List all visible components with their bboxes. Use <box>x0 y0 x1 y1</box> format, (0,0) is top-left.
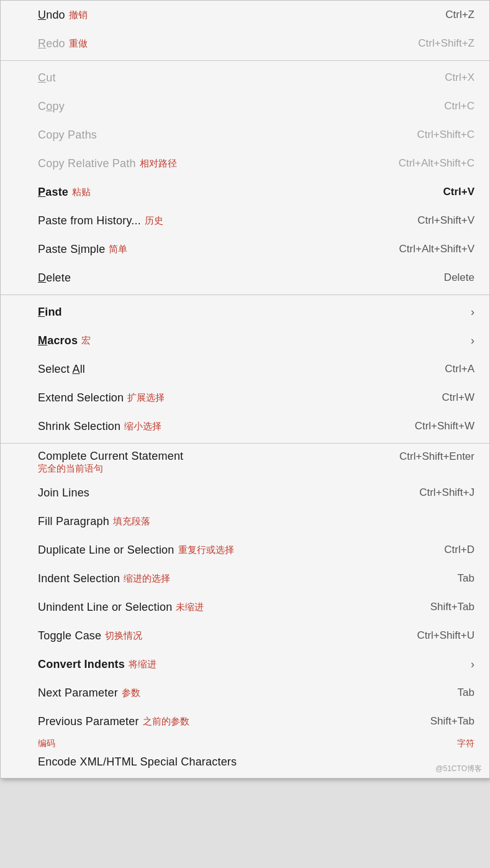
find-arrow-icon: › <box>471 306 474 319</box>
copy-relative-path-label-cn: 相对路径 <box>140 158 177 170</box>
next-parameter-label-cn: 参数 <box>122 687 140 699</box>
copy-relative-path-shortcut: Ctrl+Alt+Shift+C <box>399 157 474 170</box>
complete-current-shortcut: Ctrl+Shift+Enter <box>399 450 474 463</box>
paste-label: Paste <box>38 186 68 199</box>
context-menu: Undo 撤销 Ctrl+Z Redo 重做 Ctrl+Shift+Z Cut … <box>0 0 490 779</box>
select-all-shortcut: Ctrl+A <box>445 363 474 375</box>
undo-shortcut: Ctrl+Z <box>445 9 474 21</box>
separator-1 <box>1 60 489 61</box>
menu-item-copy[interactable]: Copy Ctrl+C <box>1 92 489 121</box>
complete-current-label: Complete Current Statement <box>38 450 183 463</box>
macros-arrow-icon: › <box>471 334 474 347</box>
fill-paragraph-label: Fill Paragraph <box>38 515 109 528</box>
separator-3 <box>1 443 489 444</box>
menu-item-duplicate-line[interactable]: Duplicate Line or Selection 重复行或选择 Ctrl+… <box>1 536 489 564</box>
paste-history-shortcut: Ctrl+Shift+V <box>417 214 474 227</box>
copy-relative-path-label: Copy Relative Path <box>38 157 136 170</box>
indent-selection-label: Indent Selection <box>38 572 120 585</box>
delete-label: Delete <box>38 272 71 285</box>
encode-xml-top-left-cn: 编码 <box>38 738 55 749</box>
menu-item-join-lines[interactable]: Join Lines Ctrl+Shift+J <box>1 478 489 507</box>
convert-indents-label: Convert Indents <box>38 658 125 671</box>
unindent-line-shortcut: Shift+Tab <box>430 601 474 613</box>
copy-shortcut: Ctrl+C <box>444 100 474 112</box>
previous-parameter-shortcut: Shift+Tab <box>430 715 474 728</box>
menu-item-next-parameter[interactable]: Next Parameter 参数 Tab <box>1 678 489 707</box>
watermark: @51CTO博客 <box>435 764 482 774</box>
select-all-label: Select All <box>38 363 85 376</box>
separator-2 <box>1 295 489 295</box>
toggle-case-label-cn: 切换情况 <box>105 630 142 642</box>
menu-item-undo[interactable]: Undo 撤销 Ctrl+Z <box>1 1 489 29</box>
next-parameter-label: Next Parameter <box>38 687 118 700</box>
encode-xml-top-right-cn: 字符 <box>457 738 474 749</box>
paste-shortcut: Ctrl+V <box>443 186 474 198</box>
menu-item-toggle-case[interactable]: Toggle Case 切换情况 Ctrl+Shift+U <box>1 621 489 650</box>
complete-current-label-cn: 完全的当前语句 <box>38 463 103 473</box>
toggle-case-label: Toggle Case <box>38 629 101 642</box>
menu-item-indent-selection[interactable]: Indent Selection 缩进的选择 Tab <box>1 564 489 593</box>
encode-xml-label: Encode XML/HTML Special Characters <box>38 756 237 769</box>
redo-label: Redo <box>38 37 65 50</box>
convert-indents-arrow-icon: › <box>471 658 474 671</box>
cut-shortcut: Ctrl+X <box>445 71 474 84</box>
undo-label: Undo <box>38 9 65 22</box>
duplicate-line-label: Duplicate Line or Selection <box>38 544 175 557</box>
menu-item-delete[interactable]: Delete Delete <box>1 263 489 292</box>
paste-simple-shortcut: Ctrl+Alt+Shift+V <box>399 243 474 255</box>
extend-selection-label: Extend Selection <box>38 391 124 404</box>
paste-simple-label: Paste Simple <box>38 243 105 256</box>
copy-paths-label: Copy Paths <box>38 129 97 142</box>
previous-parameter-label: Previous Parameter <box>38 715 139 728</box>
toggle-case-shortcut: Ctrl+Shift+U <box>417 629 474 642</box>
paste-simple-label-cn: 简单 <box>109 244 127 255</box>
fill-paragraph-label-cn: 填充段落 <box>113 516 150 528</box>
redo-label-cn: 重做 <box>69 38 88 50</box>
menu-item-paste[interactable]: Paste 粘贴 Ctrl+V <box>1 178 489 206</box>
undo-label-cn: 撤销 <box>69 9 88 21</box>
extend-selection-label-cn: 扩展选择 <box>127 392 165 404</box>
copy-paths-shortcut: Ctrl+Shift+C <box>417 129 474 141</box>
unindent-line-label-cn: 未缩进 <box>176 601 204 613</box>
menu-item-copy-relative-path[interactable]: Copy Relative Path 相对路径 Ctrl+Alt+Shift+C <box>1 149 489 178</box>
menu-item-find[interactable]: Find › <box>1 298 489 326</box>
paste-history-label-cn: 历史 <box>145 215 163 227</box>
duplicate-line-shortcut: Ctrl+D <box>444 544 474 556</box>
indent-selection-shortcut: Tab <box>458 572 474 585</box>
menu-item-select-all[interactable]: Select All Ctrl+A <box>1 355 489 383</box>
indent-selection-label-cn: 缩进的选择 <box>124 573 170 585</box>
menu-item-unindent-line[interactable]: Unindent Line or Selection 未缩进 Shift+Tab <box>1 593 489 621</box>
menu-item-paste-history[interactable]: Paste from History... 历史 Ctrl+Shift+V <box>1 206 489 235</box>
menu-item-macros[interactable]: Macros 宏 › <box>1 326 489 355</box>
shrink-selection-label-cn: 缩小选择 <box>124 421 161 432</box>
redo-shortcut: Ctrl+Shift+Z <box>418 37 474 50</box>
menu-item-complete-current[interactable]: Complete Current Statement Ctrl+Shift+En… <box>1 446 489 478</box>
find-label: Find <box>38 306 62 319</box>
menu-item-shrink-selection[interactable]: Shrink Selection 缩小选择 Ctrl+Shift+W <box>1 412 489 441</box>
menu-item-previous-parameter[interactable]: Previous Parameter 之前的参数 Shift+Tab <box>1 707 489 736</box>
menu-item-paste-simple[interactable]: Paste Simple 简单 Ctrl+Alt+Shift+V <box>1 235 489 263</box>
paste-label-cn: 粘贴 <box>72 186 91 198</box>
menu-item-copy-paths[interactable]: Copy Paths Ctrl+Shift+C <box>1 121 489 149</box>
cut-label: Cut <box>38 71 56 85</box>
menu-item-fill-paragraph[interactable]: Fill Paragraph 填充段落 <box>1 507 489 536</box>
menu-item-extend-selection[interactable]: Extend Selection 扩展选择 Ctrl+W <box>1 383 489 412</box>
menu-item-encode-xml-wrapper: 编码 字符 Encode XML/HTML Special Characters… <box>1 736 489 778</box>
next-parameter-shortcut: Tab <box>458 687 474 699</box>
duplicate-line-label-cn: 重复行或选择 <box>178 544 234 556</box>
shrink-selection-label: Shrink Selection <box>38 420 120 433</box>
shrink-selection-shortcut: Ctrl+Shift+W <box>415 420 474 432</box>
copy-label: Copy <box>38 100 65 113</box>
menu-item-encode-xml[interactable]: Encode XML/HTML Special Characters <box>1 749 489 778</box>
join-lines-label: Join Lines <box>38 487 89 500</box>
menu-item-redo[interactable]: Redo 重做 Ctrl+Shift+Z <box>1 29 489 58</box>
menu-item-convert-indents[interactable]: Convert Indents 将缩进 › <box>1 650 489 678</box>
previous-parameter-label-cn: 之前的参数 <box>143 716 189 728</box>
extend-selection-shortcut: Ctrl+W <box>442 391 474 404</box>
paste-history-label: Paste from History... <box>38 214 141 227</box>
macros-label: Macros <box>38 334 78 347</box>
unindent-line-label: Unindent Line or Selection <box>38 601 172 614</box>
delete-shortcut: Delete <box>444 272 474 284</box>
convert-indents-label-cn: 将缩进 <box>129 659 157 670</box>
menu-item-cut[interactable]: Cut Ctrl+X <box>1 63 489 92</box>
